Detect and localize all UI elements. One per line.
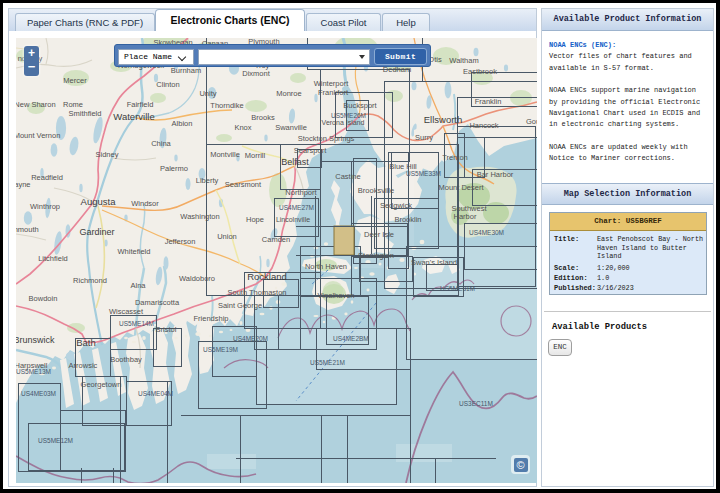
svg-text:US4ME27M: US4ME27M	[279, 204, 314, 211]
svg-text:Swan's Island: Swan's Island	[411, 258, 457, 267]
svg-text:Deer Isle: Deer Isle	[364, 230, 394, 239]
svg-text:Waltham: Waltham	[449, 56, 478, 65]
svg-text:Hope: Hope	[246, 215, 264, 224]
svg-text:Ellsworth: Ellsworth	[424, 114, 463, 125]
svg-text:Vinalhaven: Vinalhaven	[318, 291, 355, 300]
svg-text:Smithfield: Smithfield	[69, 109, 102, 118]
svg-text:Eastbrook: Eastbrook	[463, 67, 497, 76]
svg-text:Arrowsic: Arrowsic	[69, 361, 98, 370]
svg-text:Dixmont: Dixmont	[242, 69, 270, 78]
svg-text:Harpswell: Harpswell	[16, 361, 48, 370]
svg-text:US5ME12M: US5ME12M	[38, 437, 73, 444]
svg-text:Gou: Gou	[526, 117, 537, 126]
svg-text:Readfield: Readfield	[31, 173, 63, 182]
svg-text:Winterport: Winterport	[314, 79, 350, 88]
svg-text:Alna: Alna	[130, 281, 146, 290]
svg-text:Verona Island: Verona Island	[322, 119, 365, 126]
svg-text:North Haven: North Haven	[305, 262, 347, 271]
svg-text:Brooks: Brooks	[251, 113, 275, 122]
svg-text:South Thomaston: South Thomaston	[227, 288, 286, 297]
svg-text:Winthrop: Winthrop	[30, 202, 60, 211]
svg-text:Augusta: Augusta	[81, 196, 117, 207]
svg-text:Windsor: Windsor	[131, 199, 159, 208]
svg-text:Gardiner: Gardiner	[79, 227, 114, 237]
svg-text:Castine: Castine	[335, 172, 360, 181]
svg-text:Montville: Montville	[210, 150, 240, 159]
svg-text:Northport: Northport	[285, 188, 317, 197]
svg-text:Morrill: Morrill	[245, 151, 266, 160]
svg-text:Washington: Washington	[180, 212, 219, 221]
svg-text:Saint George: Saint George	[218, 301, 262, 310]
svg-text:US5ME21M: US5ME21M	[310, 359, 345, 366]
svg-text:Jefferson: Jefferson	[165, 237, 196, 246]
svg-text:Palermo: Palermo	[160, 164, 188, 173]
svg-text:New Sharon: New Sharon	[16, 100, 56, 109]
svg-text:Trenton: Trenton	[442, 153, 468, 162]
svg-text:Georgetown: Georgetown	[81, 380, 122, 389]
svg-text:Bowdoin: Bowdoin	[29, 294, 58, 303]
svg-text:Monmouth: Monmouth	[16, 225, 39, 234]
svg-text:Bath: Bath	[76, 337, 96, 348]
svg-text:Rome: Rome	[63, 100, 83, 109]
svg-text:Mount Vernon: Mount Vernon	[16, 131, 60, 140]
svg-text:Mount Desert: Mount Desert	[438, 183, 484, 192]
svg-text:Burnham: Burnham	[171, 66, 201, 75]
svg-text:Bar Harbor: Bar Harbor	[477, 170, 514, 179]
svg-text:Bristol: Bristol	[156, 325, 177, 334]
svg-text:Litchfield: Litchfield	[38, 254, 68, 263]
svg-text:Belfast: Belfast	[281, 157, 309, 167]
svg-text:Searsport: Searsport	[294, 146, 327, 155]
svg-text:Sidney: Sidney	[96, 150, 119, 159]
svg-text:Frankfort: Frankfort	[318, 88, 349, 97]
svg-text:Wiscasset: Wiscasset	[109, 307, 144, 316]
svg-text:Rockland: Rockland	[247, 271, 287, 282]
svg-text:Camden: Camden	[262, 235, 290, 244]
svg-text:Richmond: Richmond	[73, 276, 107, 285]
svg-text:Hancock: Hancock	[469, 121, 498, 130]
svg-text:Franklin: Franklin	[475, 97, 502, 106]
svg-text:Friendship: Friendship	[193, 314, 228, 323]
svg-text:US5ME31M: US5ME31M	[440, 285, 475, 292]
svg-text:US5ME33M: US5ME33M	[406, 170, 441, 177]
svg-text:Union: Union	[217, 232, 237, 241]
svg-text:Searsmont: Searsmont	[225, 180, 262, 189]
svg-text:US5ME26M: US5ME26M	[331, 112, 366, 119]
svg-text:Monroe: Monroe	[276, 89, 301, 98]
svg-text:Lincolnville: Lincolnville	[276, 216, 310, 223]
svg-text:US4ME04M: US4ME04M	[138, 390, 173, 397]
svg-text:US5ME19M: US5ME19M	[203, 346, 238, 353]
svg-text:Harbor: Harbor	[454, 212, 477, 221]
svg-text:Stockton Springs: Stockton Springs	[298, 134, 355, 143]
svg-text:Knox: Knox	[234, 123, 251, 132]
svg-text:Wayne: Wayne	[16, 180, 31, 189]
svg-text:Mercer: Mercer	[63, 76, 87, 85]
svg-text:Albion: Albion	[172, 119, 193, 128]
svg-text:Whitefield: Whitefield	[118, 247, 151, 256]
svg-text:Liberty: Liberty	[196, 176, 219, 185]
svg-text:Brunswick: Brunswick	[16, 335, 55, 345]
svg-text:US4ME30M: US4ME30M	[469, 229, 504, 236]
svg-text:US5ME14M: US5ME14M	[119, 320, 154, 327]
svg-text:Waldoboro: Waldoboro	[179, 274, 215, 283]
svg-text:Sedgwick: Sedgwick	[380, 201, 412, 210]
svg-text:Thorndike: Thorndike	[210, 101, 243, 110]
svg-text:Swanville: Swanville	[275, 123, 307, 132]
svg-text:Stonington: Stonington	[358, 251, 394, 260]
svg-text:Damariscotta: Damariscotta	[135, 298, 180, 307]
svg-text:US3EC11M: US3EC11M	[459, 400, 493, 407]
svg-text:Brooklin: Brooklin	[394, 215, 421, 224]
svg-text:Clinton: Clinton	[156, 80, 179, 89]
svg-text:Bucksport: Bucksport	[343, 101, 377, 110]
svg-text:Brooksville: Brooksville	[358, 186, 394, 195]
svg-text:Waterville: Waterville	[113, 111, 154, 122]
svg-text:US4ME2BM: US4ME2BM	[333, 335, 369, 342]
svg-text:Surry: Surry	[415, 133, 433, 142]
svg-text:US4ME20M: US4ME20M	[233, 335, 268, 342]
svg-text:Fairfield: Fairfield	[127, 100, 154, 109]
svg-text:Unity: Unity	[199, 89, 216, 98]
svg-text:Boothbay: Boothbay	[110, 355, 142, 364]
svg-text:China: China	[151, 139, 171, 148]
svg-text:US4ME03M: US4ME03M	[21, 390, 56, 397]
svg-text:Blue Hill: Blue Hill	[389, 162, 417, 171]
